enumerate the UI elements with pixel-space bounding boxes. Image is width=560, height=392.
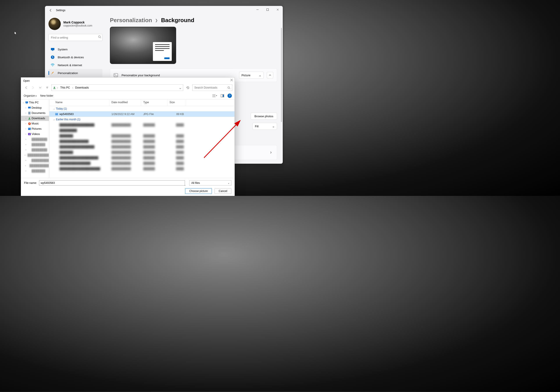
svg-rect-19 — [25, 101, 28, 103]
organize-menu[interactable]: Organize ▾ — [24, 94, 37, 97]
tree-item-hidden[interactable]: ›████████ — [21, 147, 49, 153]
file-row-hidden[interactable]: ██████████████████████████████████████ — [49, 144, 234, 149]
monitor-icon — [51, 47, 55, 51]
svg-rect-4 — [51, 48, 54, 50]
documents-icon — [28, 111, 31, 115]
col-type[interactable]: Type — [141, 99, 167, 106]
svg-point-26 — [29, 128, 29, 129]
caret-right-icon: › — [25, 107, 27, 109]
tree-music[interactable]: › Music — [21, 121, 49, 126]
close-button[interactable] — [273, 6, 283, 13]
address-crumb[interactable]: This PC — [60, 86, 71, 90]
file-row-hidden[interactable]: █████████ — [49, 127, 234, 133]
expand-card-button[interactable] — [267, 72, 273, 78]
minimize-button[interactable] — [252, 6, 263, 13]
filename-input[interactable] — [39, 180, 185, 186]
file-row-hidden[interactable]: ████████████████████████████████████████… — [49, 166, 234, 171]
group-earlier[interactable]: ⌄ Earlier this month (1) — [49, 117, 234, 122]
svg-point-2 — [99, 36, 100, 38]
search-icon[interactable] — [98, 35, 101, 38]
choose-picture-button[interactable]: Choose picture — [185, 188, 212, 194]
nav-forward-button[interactable] — [30, 85, 36, 90]
folder-tree[interactable]: ⌄ This PC › Desktop › Documents › Downlo… — [21, 99, 49, 178]
col-date[interactable]: Date modified — [109, 99, 141, 106]
settings-search-input[interactable] — [49, 34, 102, 41]
col-size[interactable]: Size — [167, 99, 186, 106]
tree-label: Videos — [32, 133, 40, 136]
file-list[interactable]: Name Date modified Type Size ⌄ Today (1)… — [49, 99, 234, 178]
nav-system[interactable]: System — [49, 45, 102, 53]
tree-item-hidden[interactable]: ›██████████ — [21, 163, 49, 168]
caret-down-icon: ⌄ — [53, 108, 55, 110]
nav-personalization[interactable]: Personalization — [49, 69, 102, 77]
browse-photos-button[interactable]: Browse photos — [251, 113, 277, 120]
caret-down-icon: ⌄ — [53, 118, 55, 121]
scrollbar[interactable] — [281, 28, 282, 122]
svg-rect-22 — [28, 112, 30, 114]
tree-videos[interactable]: › Videos — [21, 132, 49, 137]
tree-pictures[interactable]: › Pictures — [21, 126, 49, 132]
nav-up-button[interactable] — [44, 85, 50, 90]
group-today[interactable]: ⌄ Today (1) — [49, 106, 234, 111]
file-filter-dropdown[interactable]: All files ⌄ — [189, 180, 231, 186]
videos-icon — [28, 132, 31, 136]
fit-dropdown[interactable]: Fill ⌄ — [252, 123, 277, 130]
chevron-right-icon: › — [72, 86, 73, 89]
svg-point-9 — [115, 74, 115, 75]
file-row-hidden[interactable]: ███████████████████████████ — [49, 149, 234, 155]
address-dropdown-button[interactable]: ⌄ — [179, 86, 182, 90]
file-row-hidden[interactable]: ████████████████████████████████████████ — [49, 155, 234, 160]
nav-bluetooth[interactable]: Bluetooth & devices — [49, 53, 102, 61]
file-row-hidden[interactable]: ██████████████████████████████████████ — [49, 122, 234, 127]
account-block[interactable]: Mark Coppock coppockm@outlook.com — [49, 18, 102, 30]
nav-back-button[interactable] — [23, 85, 29, 90]
dialog-close-button[interactable] — [230, 78, 233, 82]
nav-network[interactable]: Network & internet — [49, 61, 102, 69]
chevron-down-icon: ⌄ — [228, 182, 230, 184]
view-menu-button[interactable]: ▾ — [212, 93, 217, 99]
tree-item-hidden[interactable]: ›███████ — [21, 168, 49, 173]
breadcrumb-parent[interactable]: Personalization — [110, 17, 152, 24]
svg-rect-1 — [267, 9, 269, 11]
tree-documents[interactable]: › Documents — [21, 110, 49, 116]
svg-rect-25 — [28, 128, 31, 130]
file-row-hidden[interactable]: ███████████████████████████ — [49, 133, 234, 138]
refresh-button[interactable] — [184, 84, 191, 91]
svg-rect-18 — [223, 95, 224, 97]
file-row-hidden[interactable]: ████████████████████████████████████ — [49, 160, 234, 166]
back-button[interactable] — [48, 7, 54, 13]
new-folder-button[interactable]: New folder — [40, 94, 53, 97]
breadcrumb-current: Background — [161, 17, 194, 24]
nav-label: Network & internet — [58, 64, 82, 67]
address-bar[interactable]: › This PC › Downloads ⌄ — [51, 84, 183, 91]
help-button[interactable]: ? — [228, 94, 232, 98]
cancel-button[interactable]: Cancel — [215, 188, 231, 194]
file-row-hidden[interactable]: ███████████████████████████████████ — [49, 138, 234, 144]
preview-pane-button[interactable] — [220, 93, 225, 99]
tree-item-hidden[interactable]: ›████████ — [21, 137, 49, 142]
tree-label: Desktop — [32, 106, 42, 109]
nav-recent-button[interactable] — [37, 85, 43, 90]
filter-value: All files — [191, 182, 200, 184]
tree-this-pc[interactable]: ⌄ This PC — [21, 100, 49, 105]
tree-desktop[interactable]: › Desktop — [21, 105, 49, 110]
tree-item-hidden[interactable]: ›█████████ — [21, 158, 49, 163]
caret-down-icon: ⌄ — [22, 101, 25, 104]
svg-rect-20 — [26, 104, 27, 104]
dialog-search-input[interactable]: Search Downloads — [192, 84, 232, 91]
tree-downloads[interactable]: › Downloads — [21, 116, 49, 121]
address-crumb[interactable]: Downloads — [74, 86, 90, 90]
caret-right-icon: › — [25, 128, 27, 130]
svg-point-7 — [52, 66, 53, 66]
chevron-down-icon: ⌄ — [184, 184, 186, 186]
column-headers[interactable]: Name Date modified Type Size — [49, 99, 234, 106]
tree-item-hidden[interactable]: ›███████████ — [21, 153, 49, 158]
maximize-button[interactable] — [263, 6, 273, 13]
col-name[interactable]: Name — [49, 99, 109, 106]
file-row[interactable]: wp5493583 1/26/2022 9:22 AM JPG File 89 … — [49, 111, 234, 117]
download-arrow-icon — [53, 86, 56, 89]
dialog-title: Open — [21, 77, 234, 83]
paintbrush-icon — [51, 71, 55, 75]
background-type-dropdown[interactable]: Picture ⌄ — [239, 72, 264, 79]
tree-item-hidden[interactable]: ›███████ — [21, 142, 49, 147]
